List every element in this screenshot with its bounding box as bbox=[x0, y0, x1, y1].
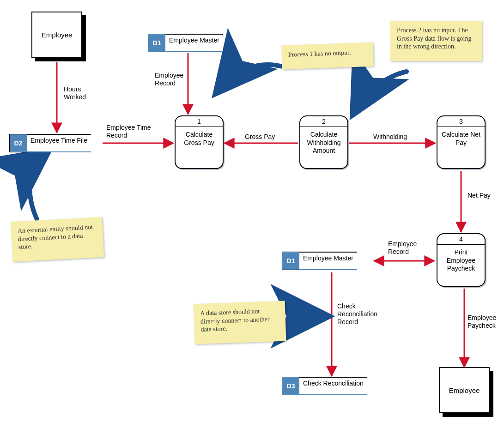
label-employee-record-right: Employee Record bbox=[388, 240, 430, 256]
process-name: Print Employee Paycheck bbox=[437, 245, 485, 277]
datastore-name: Employee Master bbox=[165, 34, 223, 52]
datastore-name: Employee Time File bbox=[27, 134, 91, 152]
process-4: 4 Print Employee Paycheck bbox=[437, 233, 486, 287]
entity-label: Employee bbox=[42, 31, 73, 39]
datastore-id: D2 bbox=[9, 134, 27, 152]
datastore-d3: D3 Check Reconciliation bbox=[282, 377, 367, 395]
note-arrow-1 bbox=[219, 65, 284, 90]
note-arrow-3 bbox=[30, 153, 45, 219]
label-check-recon-record: Check Reconciliation Record bbox=[337, 302, 393, 326]
process-name: Calculate Gross Pay bbox=[176, 127, 223, 151]
note-process1-no-output: Process 1 has no output. bbox=[281, 42, 374, 69]
datastore-d2: D2 Employee Time File bbox=[9, 134, 91, 152]
datastore-id: D1 bbox=[282, 252, 299, 270]
note-text: An external entity should not directly c… bbox=[18, 223, 93, 250]
note-process2-no-input: Process 2 has no input. The Gross Pay da… bbox=[390, 21, 482, 61]
note-text: Process 1 has no output. bbox=[288, 49, 351, 58]
process-num: 2 bbox=[300, 116, 347, 127]
label-net-pay: Net Pay bbox=[468, 192, 491, 199]
entity-label: Employee bbox=[449, 386, 480, 394]
note-datastore-to-datastore: A data store should not directly connect… bbox=[194, 301, 286, 344]
note-text: Process 2 has no input. The Gross Pay da… bbox=[397, 27, 471, 50]
process-num: 3 bbox=[437, 116, 485, 127]
process-num: 4 bbox=[437, 234, 485, 245]
process-name: Calculate Withholding Amount bbox=[300, 127, 347, 159]
datastore-d1-bottom: D1 Employee Master bbox=[282, 252, 357, 270]
label-employee-paycheck: Employee Paycheck bbox=[468, 314, 504, 330]
label-employee-time-record: Employee Time Record bbox=[106, 124, 162, 139]
process-num: 1 bbox=[176, 116, 223, 127]
note-entity-to-datastore: An external entity should not directly c… bbox=[11, 217, 104, 262]
datastore-name: Check Reconciliation bbox=[299, 377, 367, 395]
arrows-layer bbox=[0, 0, 504, 422]
datastore-d1-top: D1 Employee Master bbox=[148, 34, 223, 52]
label-gross-pay: Gross Pay bbox=[245, 133, 286, 141]
process-2: 2 Calculate Withholding Amount bbox=[299, 115, 348, 169]
label-employee-record-top: Employee Record bbox=[155, 72, 196, 87]
label-withholding: Withholding bbox=[373, 133, 424, 141]
process-name: Calculate Net Pay bbox=[437, 127, 485, 151]
datastore-id: D1 bbox=[148, 34, 165, 52]
note-text: A data store should not directly connect… bbox=[200, 307, 270, 332]
process-3: 3 Calculate Net Pay bbox=[437, 115, 486, 169]
label-hours-worked: Hours Worked bbox=[64, 85, 96, 101]
process-1: 1 Calculate Gross Pay bbox=[175, 115, 224, 169]
note-arrow-2 bbox=[355, 72, 407, 111]
datastore-id: D3 bbox=[282, 377, 299, 395]
datastore-name: Employee Master bbox=[299, 252, 357, 270]
